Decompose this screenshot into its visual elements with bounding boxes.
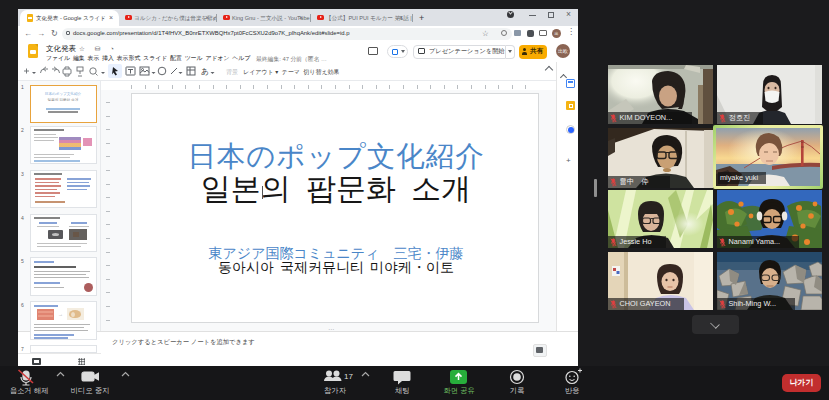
svg-text:あ: あ — [201, 67, 209, 76]
svg-text:17: 17 — [344, 372, 353, 381]
